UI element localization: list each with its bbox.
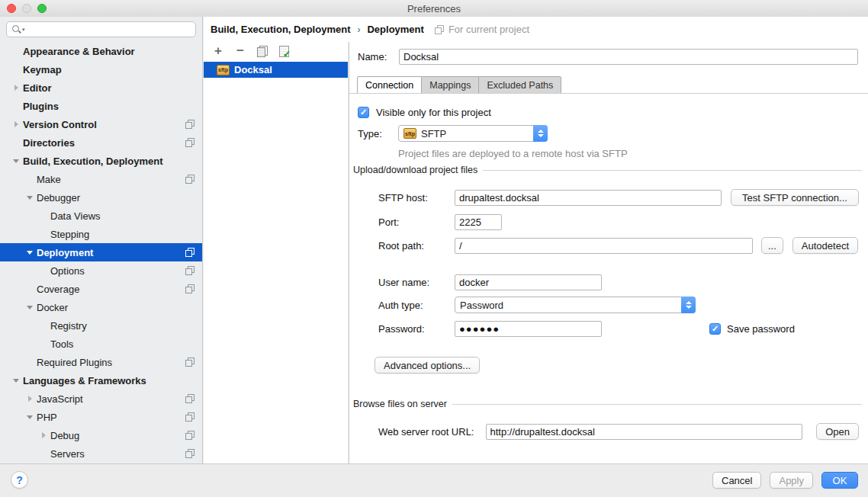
tab-mappings[interactable]: Mappings bbox=[422, 76, 479, 94]
remove-icon[interactable] bbox=[234, 45, 246, 57]
chevron-down-icon[interactable] bbox=[9, 379, 23, 383]
chevron-right-icon[interactable] bbox=[23, 396, 37, 402]
deployment-form: Name: ConnectionMappingsExcluded Paths ✓… bbox=[349, 42, 868, 463]
chevron-down-icon[interactable] bbox=[23, 306, 37, 309]
server-list: sftpDocksal bbox=[204, 62, 348, 78]
breadcrumb: Build, Execution, Deployment › Deploymen… bbox=[204, 17, 868, 42]
web-root-input[interactable] bbox=[486, 424, 803, 440]
sftp-host-input[interactable] bbox=[455, 190, 722, 206]
sidebar-item-keymap[interactable]: Keymap bbox=[0, 60, 202, 79]
chevron-down-icon[interactable] bbox=[9, 159, 23, 163]
sidebar-item-tools[interactable]: Tools bbox=[0, 335, 202, 353]
cancel-button[interactable]: Cancel bbox=[712, 472, 761, 489]
sidebar-item-coverage[interactable]: Coverage bbox=[0, 280, 202, 298]
port-label: Port: bbox=[378, 216, 455, 228]
password-input[interactable] bbox=[455, 321, 602, 337]
upload-section-title: Upload/download project files bbox=[353, 165, 477, 175]
sidebar-item-label: Coverage bbox=[37, 284, 79, 295]
chevron-right-icon[interactable] bbox=[9, 85, 23, 91]
sidebar-item-build-execution-deployment[interactable]: Build, Execution, Deployment bbox=[0, 152, 202, 170]
sidebar-item-options[interactable]: Options bbox=[0, 261, 202, 280]
chevron-down-icon[interactable] bbox=[23, 196, 37, 200]
advanced-options-button[interactable]: Advanced options... bbox=[375, 357, 480, 374]
settings-tree: Appearance & BehaviorKeymapEditorPlugins… bbox=[0, 42, 202, 463]
name-label: Name: bbox=[358, 51, 399, 63]
copy-server-icon[interactable] bbox=[256, 45, 268, 57]
port-input[interactable] bbox=[455, 214, 502, 230]
chevron-right-icon[interactable] bbox=[9, 121, 23, 127]
save-password-label: Save password bbox=[727, 323, 795, 335]
shared-settings-icon bbox=[185, 449, 194, 458]
add-icon[interactable] bbox=[212, 45, 224, 57]
server-item-docksal[interactable]: sftpDocksal bbox=[204, 62, 348, 78]
sidebar-item-languages-frameworks[interactable]: Languages & Frameworks bbox=[0, 371, 202, 390]
visible-only-label: Visible only for this project bbox=[376, 107, 491, 118]
sidebar-item-php[interactable]: PHP bbox=[0, 408, 202, 426]
sidebar-item-directories[interactable]: Directories bbox=[0, 133, 202, 152]
sidebar-item-label: PHP bbox=[37, 412, 57, 423]
sidebar-item-data-views[interactable]: Data Views bbox=[0, 207, 202, 225]
preferences-window: Preferences ▾ Appearance & BehaviorKeyma… bbox=[0, 0, 868, 497]
type-help-text: Project files are deployed to a remote h… bbox=[398, 148, 628, 159]
sidebar-item-plugins[interactable]: Plugins bbox=[0, 97, 202, 115]
sidebar-item-docker[interactable]: Docker bbox=[0, 298, 202, 316]
minimize-window-icon[interactable] bbox=[22, 4, 31, 13]
chevron-down-icon[interactable] bbox=[23, 251, 37, 255]
sidebar-item-label: Servers bbox=[50, 448, 85, 460]
sidebar-item-deployment[interactable]: Deployment bbox=[0, 243, 202, 261]
sidebar-item-editor[interactable]: Editor bbox=[0, 79, 202, 97]
sidebar-item-label: Deployment bbox=[37, 247, 93, 258]
breadcrumb-parent[interactable]: Build, Execution, Deployment bbox=[211, 24, 350, 35]
sidebar-item-label: Plugins bbox=[23, 101, 59, 112]
sidebar-item-label: Registry bbox=[50, 320, 87, 332]
shared-settings-icon bbox=[185, 266, 194, 275]
sidebar-item-registry[interactable]: Registry bbox=[0, 316, 202, 335]
browse-root-path-button[interactable]: ... bbox=[761, 237, 783, 254]
tab-excluded-paths[interactable]: Excluded Paths bbox=[479, 76, 561, 94]
sidebar-item-debug[interactable]: Debug bbox=[0, 426, 202, 444]
sidebar-item-appearance-behavior[interactable]: Appearance & Behavior bbox=[0, 42, 202, 60]
sidebar-item-servers[interactable]: Servers bbox=[0, 444, 202, 463]
help-button[interactable]: ? bbox=[11, 471, 28, 489]
save-password-checkbox[interactable]: ✓ bbox=[709, 323, 721, 335]
auth-type-select[interactable]: Password bbox=[455, 297, 696, 313]
shared-settings-icon bbox=[185, 358, 194, 367]
zoom-window-icon[interactable] bbox=[37, 4, 47, 13]
tab-connection[interactable]: Connection bbox=[357, 76, 422, 94]
visible-only-checkbox[interactable]: ✓ bbox=[358, 107, 369, 118]
ok-button[interactable]: OK bbox=[821, 472, 858, 489]
sidebar-item-required-plugins[interactable]: Required Plugins bbox=[0, 353, 202, 371]
sftp-server-icon: sftp bbox=[217, 65, 230, 75]
sidebar-item-label: Build, Execution, Deployment bbox=[23, 156, 162, 167]
search-box[interactable]: ▾ bbox=[6, 21, 196, 37]
select-stepper-icon bbox=[533, 125, 548, 142]
chevron-right-icon[interactable] bbox=[37, 432, 50, 438]
sidebar-item-label: Languages & Frameworks bbox=[23, 375, 146, 386]
root-path-input[interactable] bbox=[455, 238, 753, 254]
apply-button[interactable]: Apply bbox=[770, 472, 813, 489]
window-controls bbox=[7, 4, 47, 13]
sidebar-item-label: Stepping bbox=[50, 229, 89, 240]
user-name-input[interactable] bbox=[455, 274, 602, 290]
auth-type-label: Auth type: bbox=[378, 300, 455, 311]
search-input[interactable] bbox=[25, 24, 191, 35]
sidebar-item-debugger[interactable]: Debugger bbox=[0, 188, 202, 207]
scope-indicator: For current project bbox=[435, 24, 529, 35]
sidebar-item-version-control[interactable]: Version Control bbox=[0, 115, 202, 133]
sidebar-item-javascript[interactable]: JavaScript bbox=[0, 390, 202, 408]
name-input[interactable] bbox=[399, 49, 858, 65]
sidebar-item-make[interactable]: Make bbox=[0, 170, 202, 188]
sidebar-item-stepping[interactable]: Stepping bbox=[0, 225, 202, 243]
sidebar-item-label: Debug bbox=[50, 430, 79, 441]
window-title: Preferences bbox=[407, 3, 461, 14]
open-url-button[interactable]: Open bbox=[816, 423, 859, 440]
test-connection-button[interactable]: Test SFTP connection... bbox=[731, 189, 859, 206]
type-select[interactable]: sftp SFTP bbox=[398, 125, 548, 142]
search-icon bbox=[11, 24, 21, 34]
upload-section-divider bbox=[483, 170, 862, 171]
use-as-default-icon[interactable] bbox=[278, 46, 289, 57]
close-window-icon[interactable] bbox=[7, 4, 16, 13]
chevron-down-icon[interactable] bbox=[23, 415, 37, 419]
autodetect-button[interactable]: Autodetect bbox=[792, 237, 858, 254]
sidebar-item-label: Make bbox=[37, 174, 61, 185]
